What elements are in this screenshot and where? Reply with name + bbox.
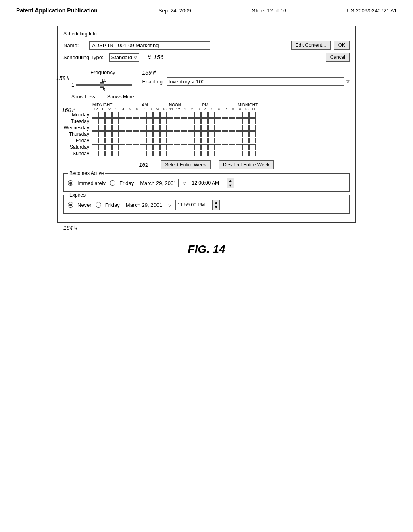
frequency-slider[interactable] (76, 84, 132, 86)
cell-mon-13[interactable] (181, 112, 187, 118)
cell-mon-15[interactable] (194, 112, 201, 118)
scheduling-type-row: Scheduling Type: Standard ▽ ↯ 156 Cancel (63, 53, 350, 62)
becomes-date-radio[interactable] (110, 180, 115, 186)
sunday-label: Sunday (63, 151, 92, 156)
slider-mid-val: 5 (76, 87, 132, 92)
select-entire-week-button[interactable]: Select Entire Week (161, 160, 211, 169)
becomes-date-dropdown[interactable]: March 29, 2001 (138, 179, 178, 187)
name-label: Name: (63, 42, 83, 48)
never-label: Never (77, 202, 92, 208)
day-row-friday: Friday (63, 138, 350, 143)
select-week-row: 162 Select Entire Week Deselect Entire W… (63, 160, 350, 169)
dialog-title: Scheduling Info (63, 31, 350, 37)
cell-mon-0[interactable] (92, 112, 98, 118)
cell-mon-8[interactable] (146, 112, 153, 118)
cell-mon-1[interactable] (98, 112, 105, 118)
expires-day: Friday (105, 202, 120, 208)
cell-mon-11[interactable] (167, 112, 173, 118)
day-row-tuesday: Tuesday (63, 118, 350, 124)
sheet-info: Sheet 12 of 16 (252, 8, 286, 14)
becomes-day: Friday (119, 180, 134, 186)
becomes-time-up[interactable]: ▲ (227, 178, 234, 183)
num-164-row: 164 ↳ (63, 224, 362, 231)
time-grid-section: 160↱ MIDNIGHT AM NOON PM MIDNIGHT 12 1 2… (63, 103, 350, 156)
expires-date-dropdown[interactable]: March 29, 2001 (124, 201, 164, 209)
cell-mon-20[interactable] (229, 112, 235, 118)
cell-mon-2[interactable] (105, 112, 112, 118)
num-156-annotation: ↯ 156 (146, 54, 163, 61)
cell-mon-12[interactable] (174, 112, 180, 118)
num-164-annotation: 164 (63, 224, 73, 231)
deselect-entire-week-button[interactable]: Deselect Entire Week (219, 160, 274, 169)
expires-time-input[interactable] (176, 201, 212, 208)
sunday-cells[interactable] (92, 151, 256, 156)
cell-mon-21[interactable] (236, 112, 242, 118)
expires-section: Expires Never Friday March 29, 2001 ▽ ▲ … (63, 195, 350, 214)
expires-time-down[interactable]: ▼ (213, 205, 219, 210)
cell-mon-5[interactable] (126, 112, 132, 118)
monday-cells[interactable] (92, 112, 256, 118)
expires-row: Never Friday March 29, 2001 ▽ ▲ ▼ (68, 200, 345, 210)
cell-mon-3[interactable] (112, 112, 119, 118)
enabling-dropdown[interactable]: Inventory > 100 (167, 77, 344, 86)
show-less-link[interactable]: Show Less (71, 94, 95, 100)
scheduling-type-dropdown[interactable]: Standard ▽ (109, 53, 140, 62)
becomes-time-down[interactable]: ▼ (227, 183, 234, 188)
becomes-date-value: March 29, 2001 (140, 180, 176, 186)
edit-content-button[interactable]: Edit Content... (291, 41, 331, 50)
noon-label: NOON (165, 103, 185, 107)
expires-time-up[interactable]: ▲ (213, 200, 219, 205)
slider-min-val: 1 (71, 82, 74, 88)
day-row-thursday: Thursday (63, 131, 350, 137)
cell-mon-10[interactable] (160, 112, 167, 118)
cell-mon-7[interactable] (140, 112, 146, 118)
patent-number: US 2009/0240721 A1 (347, 8, 397, 14)
enabling-value: Inventory > 100 (169, 79, 205, 85)
midnight-label: MIDNIGHT (92, 103, 125, 107)
enabling-arrow: ▽ (346, 79, 350, 84)
cell-mon-19[interactable] (222, 112, 228, 118)
cell-mon-22[interactable] (242, 112, 249, 118)
becomes-date-arrow: ▽ (183, 181, 186, 185)
day-row-wednesday: Wednesday (63, 125, 350, 131)
becomes-time-input[interactable] (190, 179, 227, 187)
becomes-active-title: Becomes Active (68, 170, 105, 176)
cell-mon-16[interactable] (201, 112, 208, 118)
frequency-label: Frequency (71, 69, 134, 75)
ok-button[interactable]: OK (334, 41, 350, 50)
thursday-cells[interactable] (92, 131, 256, 137)
show-links: Show Less Shows More (71, 94, 134, 100)
friday-cells[interactable] (92, 138, 256, 143)
am-label: AM (125, 103, 165, 107)
wednesday-cells[interactable] (92, 125, 256, 131)
slider-max-val: 10 (76, 78, 132, 83)
pm-label: PM (185, 103, 225, 107)
time-numbers-row: 12 1 2 3 4 5 6 7 8 9 10 11 12 1 2 3 4 5 … (92, 107, 350, 111)
scheduling-type-value: Standard (111, 54, 133, 60)
saturday-label: Saturday (63, 144, 92, 150)
cell-mon-4[interactable] (119, 112, 125, 118)
cell-mon-18[interactable] (215, 112, 221, 118)
cell-mon-23[interactable] (249, 112, 256, 118)
never-radio[interactable] (68, 202, 73, 208)
saturday-cells[interactable] (92, 144, 256, 150)
cell-mon-9[interactable] (153, 112, 160, 118)
tuesday-cells[interactable] (92, 118, 256, 124)
thursday-label: Thursday (63, 131, 92, 137)
cell-mon-17[interactable] (208, 112, 215, 118)
tuesday-label: Tuesday (63, 118, 92, 124)
shows-more-link[interactable]: Shows More (107, 94, 134, 100)
num-159-annotation: 159↱ (142, 69, 350, 76)
enabling-label: Enabling: (142, 79, 164, 85)
cancel-button[interactable]: Cancel (326, 53, 350, 62)
main-container: Scheduling Info Name: Edit Content... OK… (0, 18, 413, 256)
cell-mon-6[interactable] (133, 112, 139, 118)
friday-label: Friday (63, 138, 92, 143)
num-162-annotation: 162 (139, 162, 148, 168)
name-input[interactable] (89, 41, 210, 50)
date-label: Sep. 24, 2009 (159, 8, 191, 14)
page-header: Patent Application Publication Sep. 24, … (0, 0, 413, 18)
immediately-radio[interactable] (68, 180, 73, 186)
expires-date-radio[interactable] (96, 202, 101, 208)
cell-mon-14[interactable] (188, 112, 194, 118)
